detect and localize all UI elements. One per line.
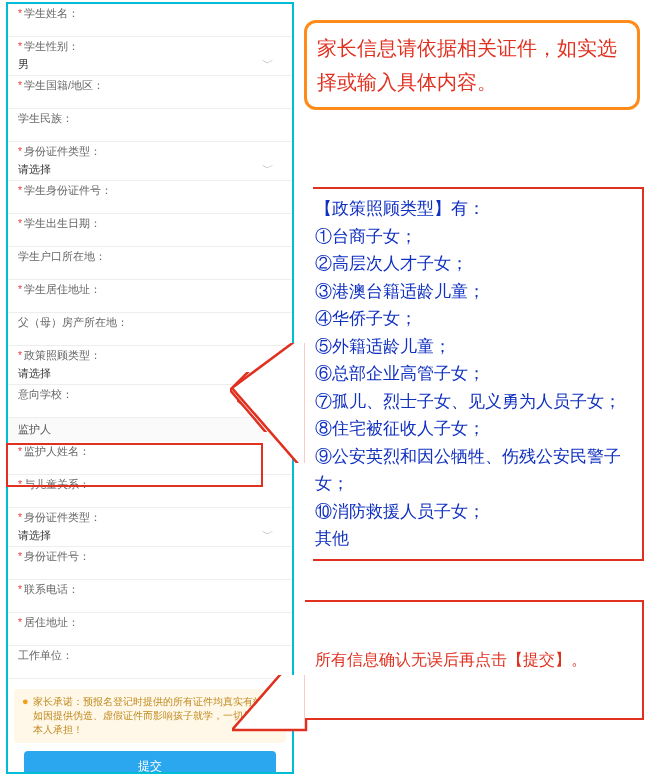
field-row-5[interactable]: *学生身份证件号： xyxy=(8,181,292,214)
required-mark: * xyxy=(18,583,22,595)
required-mark: * xyxy=(18,40,22,52)
field-row-11[interactable]: 意向学校： xyxy=(8,385,292,418)
gfield-label-0: *监护人姓名： xyxy=(18,445,282,459)
policy-item-1: ②高层次人才子女； xyxy=(315,250,634,278)
required-mark: * xyxy=(18,550,22,562)
policy-item-2: ③港澳台籍适龄儿童； xyxy=(315,278,634,306)
gfield-label-5: *居住地址： xyxy=(18,616,282,630)
chevron-down-icon: ﹀ xyxy=(262,526,274,543)
registration-form: *学生姓名：*学生性别：男﹀*学生国籍/地区：学生民族：*身份证件类型：请选择﹀… xyxy=(6,2,294,774)
gfield-value-5 xyxy=(18,631,282,642)
required-mark: * xyxy=(18,478,22,490)
gfield-label-1: *与儿童关系： xyxy=(18,478,282,492)
policy-types-box: 【政策照顾类型】有： ①台商子女；②高层次人才子女；③港澳台籍适龄儿童；④华侨子… xyxy=(305,187,644,561)
field-value-6 xyxy=(18,232,282,243)
field-value-8 xyxy=(18,298,282,309)
field-value-1: 男 xyxy=(18,58,29,69)
gfield-value-2: 请选择 xyxy=(18,529,51,540)
warning-icon: ● xyxy=(22,695,29,737)
policy-item-8: ⑨公安英烈和因公牺牲、伤残公安民警子女； xyxy=(315,443,634,498)
field-row-3[interactable]: 学生民族： xyxy=(8,109,292,142)
field-label-9: 父（母）房产所在地： xyxy=(18,316,282,330)
field-label-3: 学生民族： xyxy=(18,112,282,126)
field-value-5 xyxy=(18,199,282,210)
field-value-4: 请选择 xyxy=(18,163,51,174)
disclaimer-text: 家长承诺：预报名登记时提供的所有证件均真实有效。如因提供伪造、虚假证件而影响孩子… xyxy=(33,695,278,737)
field-label-4: *身份证件类型： xyxy=(18,145,282,159)
gfield-label-4: *联系电话： xyxy=(18,583,282,597)
field-label-6: *学生出生日期： xyxy=(18,217,282,231)
field-label-2: *学生国籍/地区： xyxy=(18,79,282,93)
gfield-row-5[interactable]: *居住地址： xyxy=(8,613,292,646)
field-label-11: 意向学校： xyxy=(18,388,282,402)
field-value-2 xyxy=(18,94,282,105)
field-value-11 xyxy=(18,403,282,414)
policy-item-3: ④华侨子女； xyxy=(315,305,634,333)
chevron-down-icon: ﹀ xyxy=(262,55,274,72)
submit-button[interactable]: 提交 xyxy=(24,751,276,774)
disclaimer-box: ● 家长承诺：预报名登记时提供的所有证件均真实有效。如因提供伪造、虚假证件而影响… xyxy=(14,689,286,743)
gfield-label-3: *身份证件号： xyxy=(18,550,282,564)
policy-item-6: ⑦孤儿、烈士子女、见义勇为人员子女； xyxy=(315,388,634,416)
gfield-row-1[interactable]: *与儿童关系： xyxy=(8,475,292,508)
field-row-1[interactable]: *学生性别：男﹀ xyxy=(8,37,292,76)
required-mark: * xyxy=(18,79,22,91)
gfield-value-3 xyxy=(18,565,282,576)
field-row-9[interactable]: 父（母）房产所在地： xyxy=(8,313,292,346)
guardian-section-header: 监护人 xyxy=(8,418,292,442)
chevron-down-icon: ﹀ xyxy=(262,160,274,177)
policy-item-10: 其他 xyxy=(315,525,634,553)
field-label-1: *学生性别： xyxy=(18,40,282,54)
policy-types-title: 【政策照顾类型】有： xyxy=(315,195,634,223)
required-mark: * xyxy=(18,511,22,523)
gfield-label-6: 工作单位： xyxy=(18,649,282,663)
policy-item-0: ①台商子女； xyxy=(315,223,634,251)
field-value-10: 请选择 xyxy=(18,367,51,378)
submit-warning-text: 所有信息确认无误后再点击【提交】。 xyxy=(315,650,587,671)
field-row-6[interactable]: *学生出生日期： xyxy=(8,214,292,247)
field-row-8[interactable]: *学生居住地址： xyxy=(8,280,292,313)
policy-item-9: ⑩消防救援人员子女； xyxy=(315,498,634,526)
required-mark: * xyxy=(18,7,22,19)
required-mark: * xyxy=(18,217,22,229)
field-label-8: *学生居住地址： xyxy=(18,283,282,297)
field-row-10[interactable]: *政策照顾类型：请选择﹀ xyxy=(8,346,292,385)
gfield-value-4 xyxy=(18,598,282,609)
required-mark: * xyxy=(18,349,22,361)
gfield-label-2: *身份证件类型： xyxy=(18,511,282,525)
gfield-value-6 xyxy=(18,664,282,675)
required-mark: * xyxy=(18,445,22,457)
field-value-0 xyxy=(18,22,282,33)
required-mark: * xyxy=(18,145,22,157)
field-row-2[interactable]: *学生国籍/地区： xyxy=(8,76,292,109)
policy-item-7: ⑧住宅被征收人子女； xyxy=(315,415,634,443)
field-row-4[interactable]: *身份证件类型：请选择﹀ xyxy=(8,142,292,181)
gfield-row-4[interactable]: *联系电话： xyxy=(8,580,292,613)
submit-warning-box: 所有信息确认无误后再点击【提交】。 xyxy=(305,600,644,720)
required-mark: * xyxy=(18,283,22,295)
required-mark: * xyxy=(18,184,22,196)
gfield-value-0 xyxy=(18,460,282,471)
field-value-9 xyxy=(18,331,282,342)
required-mark: * xyxy=(18,616,22,628)
gfield-row-6[interactable]: 工作单位： xyxy=(8,646,292,679)
gfield-row-3[interactable]: *身份证件号： xyxy=(8,547,292,580)
gfield-value-1 xyxy=(18,493,282,504)
field-value-7 xyxy=(18,265,282,276)
field-label-0: *学生姓名： xyxy=(18,7,282,21)
field-label-10: *政策照顾类型： xyxy=(18,349,282,363)
field-label-7: 学生户口所在地： xyxy=(18,250,282,264)
policy-item-4: ⑤外籍适龄儿童； xyxy=(315,333,634,361)
field-row-0[interactable]: *学生姓名： xyxy=(8,4,292,37)
orange-instruction-box: 家长信息请依据相关证件，如实选择或输入具体内容。 xyxy=(304,20,640,110)
field-row-7[interactable]: 学生户口所在地： xyxy=(8,247,292,280)
gfield-row-2[interactable]: *身份证件类型：请选择﹀ xyxy=(8,508,292,547)
field-value-3 xyxy=(18,127,282,138)
chevron-down-icon: ﹀ xyxy=(262,364,274,381)
gfield-row-0[interactable]: *监护人姓名： xyxy=(8,442,292,475)
field-label-5: *学生身份证件号： xyxy=(18,184,282,198)
policy-item-5: ⑥总部企业高管子女； xyxy=(315,360,634,388)
